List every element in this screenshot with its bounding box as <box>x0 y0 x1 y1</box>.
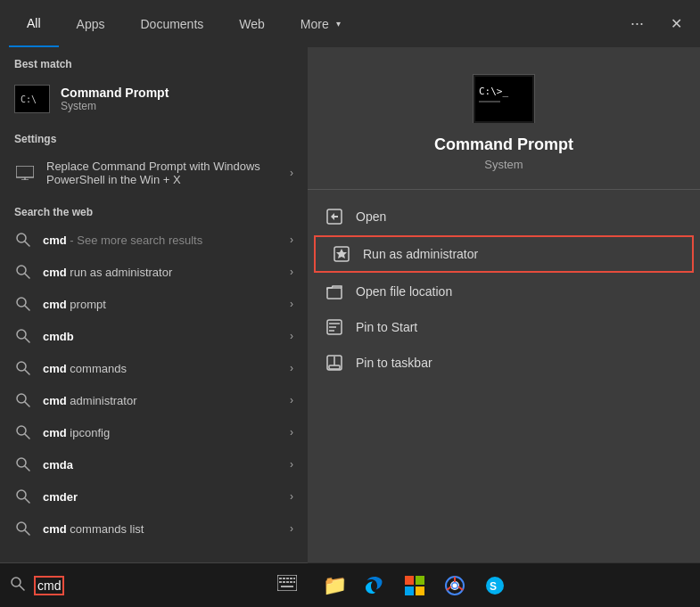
search-item-text: cmd run as administrator <box>43 266 279 279</box>
search-icon <box>14 455 32 473</box>
svg-rect-44 <box>286 578 289 579</box>
svg-rect-46 <box>293 578 295 579</box>
search-item[interactable]: cmd commands list› <box>0 513 308 545</box>
pin-to-start-label: Pin to Start <box>356 320 417 334</box>
taskbar-file-explorer[interactable]: 📁 <box>317 568 352 603</box>
open-file-location-label: Open file location <box>356 284 452 299</box>
taskbar-chrome[interactable] <box>437 568 473 603</box>
search-icon <box>14 359 32 377</box>
svg-rect-55 <box>405 586 414 595</box>
search-item[interactable]: cmd commands› <box>0 352 308 384</box>
monitor-icon <box>14 162 36 184</box>
left-panel: Best match C:\ Command Prompt System Set… <box>0 47 308 607</box>
chevron-right-icon: › <box>290 426 293 439</box>
nav-bar: All Apps Documents Web More ▾ ··· ✕ <box>0 0 700 47</box>
svg-text:C:\: C:\ <box>21 94 37 104</box>
search-item[interactable]: cmd run as administrator› <box>0 256 308 288</box>
pin-start-icon <box>325 318 343 336</box>
search-icon <box>14 295 32 313</box>
search-icon <box>14 520 32 537</box>
terminal-icon: C:\ <box>19 88 45 110</box>
svg-rect-54 <box>416 576 424 585</box>
search-items-list: cmd - See more search results›cmd run as… <box>0 224 308 545</box>
close-button[interactable]: ✕ <box>662 11 691 37</box>
search-item-text: cmd prompt <box>43 298 279 311</box>
search-item-text: cmd commands <box>43 362 279 375</box>
right-panel: C:\>_ Command Prompt System <box>308 47 700 607</box>
run-as-admin-menu-item[interactable]: Run as administrator <box>315 236 693 272</box>
taskbar-edge[interactable] <box>357 568 392 603</box>
search-item-text: cmd administrator <box>43 394 279 407</box>
svg-rect-53 <box>405 576 414 585</box>
tab-all[interactable]: All <box>9 0 59 47</box>
svg-rect-48 <box>283 581 285 583</box>
search-item-text: cmd commands list <box>43 522 279 536</box>
search-icon <box>14 423 32 441</box>
right-subtitle: System <box>484 158 523 171</box>
svg-rect-56 <box>416 586 424 595</box>
search-item[interactable]: cmd prompt› <box>0 288 308 320</box>
search-input-container[interactable]: cmd <box>34 576 64 595</box>
pin-to-taskbar-menu-item[interactable]: Pin to taskbar <box>308 345 700 381</box>
search-value: cmd <box>34 576 64 595</box>
keyboard-icon[interactable] <box>277 575 297 595</box>
folder-icon <box>325 283 343 300</box>
run-as-admin-label: Run as administrator <box>363 247 478 261</box>
chevron-right-icon: › <box>290 522 293 535</box>
right-title: Command Prompt <box>434 135 573 154</box>
best-match-subtitle: System <box>61 100 169 112</box>
search-icon <box>14 327 32 345</box>
taskbar-skype[interactable]: S <box>477 568 513 603</box>
search-icon <box>14 488 32 505</box>
svg-line-8 <box>25 274 29 278</box>
search-icon <box>14 231 32 249</box>
right-menu: Open Run as administrator <box>308 190 700 390</box>
tab-documents[interactable]: Documents <box>122 0 221 47</box>
ellipsis-button[interactable]: ··· <box>622 10 653 37</box>
chevron-down-icon: ▾ <box>336 19 341 29</box>
search-item-text: cmd - See more search results <box>43 234 279 247</box>
nav-tabs: All Apps Documents Web More ▾ <box>9 0 622 47</box>
search-bar-icon <box>11 577 25 595</box>
search-item[interactable]: cmd administrator› <box>0 384 308 416</box>
search-item[interactable]: cmd - See more search results› <box>0 224 308 256</box>
svg-rect-52 <box>281 586 293 587</box>
search-web-label: Search the web <box>0 195 308 224</box>
chevron-right-icon: › <box>290 298 293 310</box>
cmd-window-icon: C:\>_ <box>474 75 534 123</box>
svg-line-12 <box>25 338 29 342</box>
content-area: Best match C:\ Command Prompt System Set… <box>0 47 700 607</box>
search-bar: cmd <box>0 562 308 607</box>
svg-rect-2 <box>16 166 34 177</box>
search-item[interactable]: cmder› <box>0 480 308 513</box>
chevron-right-icon: › <box>290 234 293 246</box>
search-item-text: cmder <box>43 490 279 504</box>
svg-rect-43 <box>283 578 285 579</box>
svg-line-14 <box>25 370 29 374</box>
chevron-right-icon: › <box>290 458 293 471</box>
tab-apps[interactable]: Apps <box>59 0 123 47</box>
open-icon <box>325 208 343 226</box>
tab-more[interactable]: More ▾ <box>283 0 358 47</box>
open-file-location-menu-item[interactable]: Open file location <box>308 274 700 309</box>
svg-line-18 <box>25 434 29 439</box>
search-item-text: cmdb <box>43 330 279 343</box>
settings-label: Settings <box>0 122 308 151</box>
open-menu-item[interactable]: Open <box>308 199 700 234</box>
open-label: Open <box>356 209 386 224</box>
search-item[interactable]: cmd ipconfig› <box>0 416 308 448</box>
right-cmd-icon: C:\>_ <box>473 74 535 123</box>
nav-actions: ··· ✕ <box>622 10 691 37</box>
run-admin-icon <box>333 245 350 263</box>
tab-web[interactable]: Web <box>221 0 283 47</box>
search-item[interactable]: cmdb› <box>0 320 308 352</box>
pin-to-start-menu-item[interactable]: Pin to Start <box>308 309 700 345</box>
taskbar-store[interactable] <box>397 568 432 603</box>
settings-item[interactable]: Replace Command Prompt with Windows Powe… <box>0 151 308 195</box>
svg-rect-49 <box>286 581 289 583</box>
search-item[interactable]: cmda› <box>0 448 308 480</box>
right-header: C:\>_ Command Prompt System <box>308 47 700 190</box>
best-match-item[interactable]: C:\ Command Prompt System <box>0 76 308 122</box>
start-menu: All Apps Documents Web More ▾ ··· ✕ <box>0 0 700 607</box>
chevron-right-icon: › <box>290 394 293 406</box>
